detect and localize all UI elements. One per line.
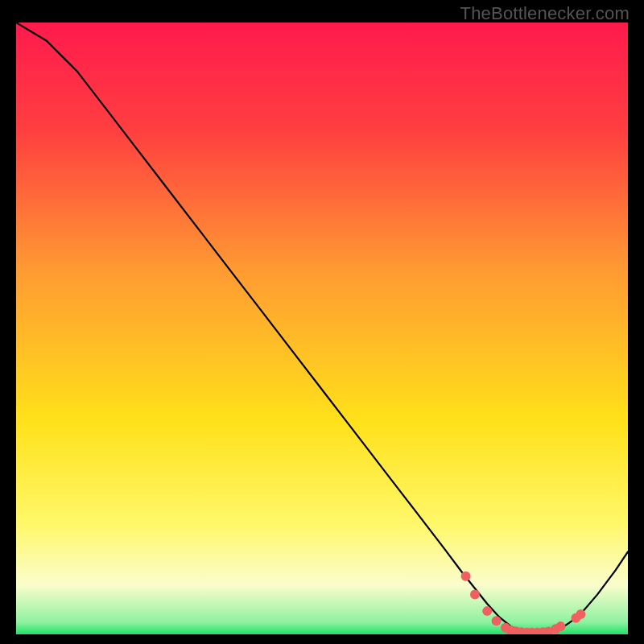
data-point xyxy=(470,590,480,600)
chart-svg xyxy=(16,23,628,634)
data-point xyxy=(482,606,492,616)
gradient-background xyxy=(16,23,628,634)
data-point xyxy=(461,572,471,581)
data-point xyxy=(576,609,585,619)
app-frame: TheBottlenecker.com xyxy=(0,0,644,644)
watermark-text: TheBottlenecker.com xyxy=(460,3,630,24)
data-point xyxy=(555,621,565,631)
chart-canvas xyxy=(16,23,628,634)
data-point xyxy=(492,616,502,625)
